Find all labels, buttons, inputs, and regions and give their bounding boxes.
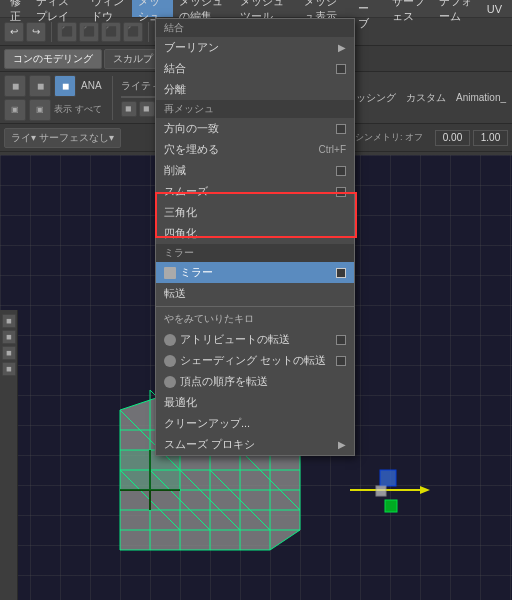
menu-item-transfer-vertex[interactable]: 頂点の順序を転送	[156, 371, 354, 392]
checkbox-attr[interactable]	[336, 335, 346, 345]
tool-icon-1[interactable]: ⬛	[57, 22, 77, 42]
sidebar-icon-4[interactable]: ◼	[2, 362, 16, 376]
sidebar-icon-1[interactable]: ◼	[2, 314, 16, 328]
menu-item-boolean[interactable]: ブーリアン ▶	[156, 37, 354, 58]
redo-button[interactable]: ↪	[26, 22, 46, 42]
label-custom: カスタム	[406, 91, 446, 105]
menu-separator-1	[156, 306, 354, 307]
toolbar-separator-2	[148, 22, 149, 42]
checkbox-shading[interactable]	[336, 356, 346, 366]
panel-separator-1	[112, 76, 113, 120]
menu-item-cleanup[interactable]: クリーンアップ...	[156, 413, 354, 434]
shortcut-fill-hole: Ctrl+F	[319, 144, 347, 155]
menu-item-separate-label: 分離	[164, 82, 186, 97]
tool-icon-4[interactable]: ⬛	[123, 22, 143, 42]
label-smooth: スムーズ	[164, 184, 208, 199]
panel-icon-lighting3[interactable]: ◼	[54, 75, 76, 97]
menu-修正[interactable]: 修正	[4, 0, 30, 17]
svg-rect-28	[385, 500, 397, 512]
undo-button[interactable]: ↩	[4, 22, 24, 42]
mesh-dropdown-menu[interactable]: 結合 ブーリアン ▶ 結合 分離 再メッシュ 方向の一致 穴を埋める Ctrl+…	[155, 18, 355, 456]
label-mirror: ミラー	[180, 265, 213, 280]
menu-item-transfer-shading[interactable]: シェーディング セットの転送	[156, 350, 354, 371]
panel-label-ana: ANA	[81, 80, 102, 91]
checkbox-conform[interactable]	[336, 124, 346, 134]
menu-item-conform[interactable]: 方向の一致	[156, 118, 354, 139]
menu-display[interactable]: ディスプレイ	[30, 0, 85, 17]
menu-item-combine-label: 結合	[164, 61, 186, 76]
panel-icon-lighting[interactable]: ◼	[4, 75, 26, 97]
menu-uv[interactable]: UV	[481, 0, 508, 17]
arrow-icon: ▶	[338, 42, 346, 53]
checkbox-mirror[interactable]	[336, 268, 346, 278]
dot-icon-2	[164, 355, 176, 367]
view-tab-surface[interactable]: ライ▾ サーフェスなし▾	[4, 128, 121, 148]
menu-item-transfer[interactable]: 転送	[156, 283, 354, 304]
label-fill-hole: 穴を埋める	[164, 142, 219, 157]
menu-window[interactable]: ウィンドウ	[85, 0, 132, 17]
label-misc: やをみていりたキロ	[164, 312, 254, 326]
menu-item-boolean-label: ブーリアン	[164, 40, 219, 55]
dot-icon-3	[164, 376, 176, 388]
input-val1[interactable]	[435, 130, 470, 146]
panel-label-bottom: 表示	[54, 103, 72, 116]
sidebar-icon-2[interactable]: ◼	[2, 330, 16, 344]
menu-curve[interactable]: カーブ	[352, 0, 385, 17]
menu-item-combine[interactable]: 結合	[156, 58, 354, 79]
menu-mesh-tools[interactable]: メッシュ ツール	[234, 0, 298, 17]
panel-label-bottom2: すべて	[75, 103, 102, 116]
checkbox-icon[interactable]	[336, 64, 346, 74]
label-animation: Animation_	[456, 92, 506, 103]
menu-item-mirror[interactable]: ミラー	[156, 262, 354, 283]
label-quadrangulate: 四角化	[164, 226, 197, 241]
menu-deform[interactable]: デフォーム	[433, 0, 480, 17]
checkbox-smooth[interactable]	[336, 187, 346, 197]
tool-icon-3[interactable]: ⬛	[101, 22, 121, 42]
section-label-remesh: 再メッシュ	[156, 100, 354, 118]
section-label-mirror: ミラー	[156, 244, 354, 262]
label-transfer-vertex: 頂点の順序を転送	[180, 374, 268, 389]
checkbox-reduce[interactable]	[336, 166, 346, 176]
label-cleanup: クリーンアップ...	[164, 416, 250, 431]
menu-mesh-edit[interactable]: メッシュの編集	[173, 0, 235, 17]
tool-icon-2[interactable]: ⬛	[79, 22, 99, 42]
panel-icon-bottom1[interactable]: ▣	[4, 99, 26, 121]
section-label-combine: 結合	[156, 19, 354, 37]
dot-icon-1	[164, 334, 176, 346]
label-transfer-shading: シェーディング セットの転送	[180, 353, 326, 368]
menu-mesh[interactable]: メッシュ	[132, 0, 172, 17]
label-transfer: 転送	[164, 286, 186, 301]
label-triangulate: 三角化	[164, 205, 197, 220]
menu-item-separate[interactable]: 分離	[156, 79, 354, 100]
menu-item-reduce[interactable]: 削減	[156, 160, 354, 181]
menu-mesh-display[interactable]: メッシュ表示	[298, 0, 353, 17]
menu-item-smooth-proxy[interactable]: スムーズ プロキシ ▶	[156, 434, 354, 455]
mode-tab-modeling[interactable]: コンのモデリング	[4, 49, 102, 69]
toolbar-separator-1	[51, 22, 52, 42]
label-optimize: 最適化	[164, 395, 197, 410]
symmetry-label: シンメトリ: オフ	[355, 131, 423, 144]
label-transfer-attr: アトリビュートの転送	[180, 332, 290, 347]
svg-rect-29	[376, 486, 386, 496]
mirror-icon	[164, 267, 176, 279]
transform-gizmo	[340, 440, 440, 520]
menu-item-fill-hole[interactable]: 穴を埋める Ctrl+F	[156, 139, 354, 160]
label-smooth-proxy: スムーズ プロキシ	[164, 437, 255, 452]
arrow-smooth-proxy: ▶	[338, 439, 346, 450]
viewport-btn-2[interactable]: ◼	[139, 101, 155, 117]
input-val2[interactable]	[473, 130, 508, 146]
menu-item-quadrangulate[interactable]: 四角化	[156, 223, 354, 244]
viewport-btn-1[interactable]: ◼	[121, 101, 137, 117]
panel-icon-bottom2[interactable]: ▣	[29, 99, 51, 121]
menu-item-triangulate[interactable]: 三角化	[156, 202, 354, 223]
menu-item-misc[interactable]: やをみていりたキロ	[156, 309, 354, 329]
label-reduce: 削減	[164, 163, 186, 178]
sidebar-icon-3[interactable]: ◼	[2, 346, 16, 360]
menu-item-transfer-attr[interactable]: アトリビュートの転送	[156, 329, 354, 350]
svg-marker-26	[420, 486, 430, 494]
menu-item-optimize[interactable]: 最適化	[156, 392, 354, 413]
menu-item-smooth[interactable]: スムーズ	[156, 181, 354, 202]
menu-surface[interactable]: サーフェス	[386, 0, 433, 17]
svg-marker-23	[120, 450, 180, 490]
panel-icon-lighting2[interactable]: ◼	[29, 75, 51, 97]
